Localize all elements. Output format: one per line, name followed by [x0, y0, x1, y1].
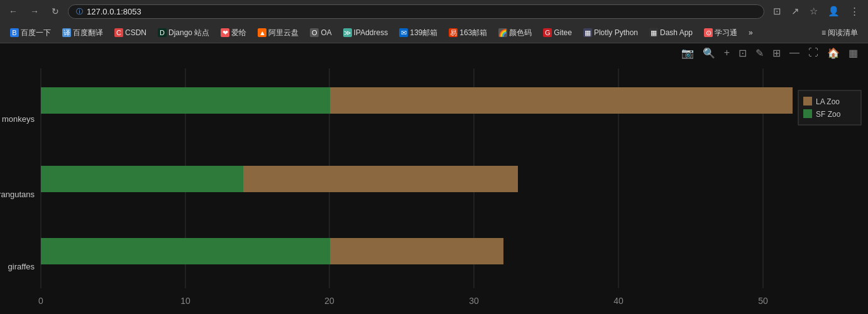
screenshot-icon[interactable]: ⊡ — [769, 4, 785, 19]
bar-rangutans-la — [243, 166, 518, 192]
bookmark-ipaddress-label: IPAddress — [354, 28, 388, 37]
bookmark-oa-icon: O — [310, 28, 319, 37]
bookmark-xuexi-label: 学习通 — [715, 28, 737, 38]
bookmark-colorcode-label: 颜色码 — [509, 28, 532, 38]
bar-monkeys-la — [330, 87, 793, 114]
autoscale-icon[interactable]: — — [787, 46, 802, 60]
bar-monkeys-sf — [41, 87, 330, 114]
zoom-box-icon[interactable]: ⊡ — [736, 46, 749, 60]
bookmark-oa[interactable]: O OA — [305, 27, 336, 38]
share-icon[interactable]: ↗ — [788, 4, 803, 19]
legend-la-label: LA Zoo — [816, 97, 840, 106]
x-label-40: 40 — [613, 296, 624, 306]
home-icon[interactable]: 🏠 — [825, 46, 842, 60]
bookmark-django[interactable]: D Django 站点 — [153, 26, 214, 40]
reset-icon[interactable]: ⛶ — [806, 46, 821, 60]
lasso-icon[interactable]: ✎ — [753, 46, 766, 60]
bookmark-baidu-translate[interactable]: 译 百度翻译 — [57, 26, 108, 40]
bookmark-baidu[interactable]: B 百度一下 — [5, 26, 56, 40]
bookmark-reading-list-icon: ≡ — [821, 28, 826, 37]
bar-giraffes-la — [330, 238, 503, 264]
browser-chrome: ← → ↻ ⓘ 127.0.0.1:8053 ⊡ ↗ ☆ 👤 ⋮ B 百度一下 … — [0, 0, 868, 43]
bookmark-139mail[interactable]: ✉ 139邮箱 — [394, 26, 442, 40]
bookmark-163mail-label: 163邮箱 — [459, 28, 487, 38]
bookmark-139mail-label: 139邮箱 — [410, 28, 437, 38]
x-label-10: 10 — [180, 296, 190, 306]
bookmark-163mail[interactable]: 易 163邮箱 — [444, 26, 492, 40]
profile-icon[interactable]: 👤 — [824, 4, 843, 19]
camera-icon[interactable]: 📷 — [679, 46, 696, 60]
bookmark-aigei[interactable]: ❤ 爱给 — [216, 26, 251, 40]
y-label-monkeys: monkeys — [2, 114, 35, 124]
bookmark-dashapp[interactable]: ▦ Dash App — [644, 27, 698, 38]
bookmark-gitee-label: Gitee — [554, 28, 572, 37]
back-button[interactable]: ← — [5, 5, 21, 18]
bookmark-django-label: Django 站点 — [168, 28, 209, 38]
bookmark-baidu-translate-label: 百度翻译 — [73, 28, 103, 38]
bookmark-gitee-icon: G — [543, 28, 552, 37]
chart-container: 0 10 20 30 40 50 monkeys rangutans giraf… — [0, 62, 868, 314]
bookmark-reading-list[interactable]: ≡ 阅读清单 — [816, 26, 863, 40]
bookmark-ipaddress-icon: ≫ — [343, 28, 352, 37]
bar-giraffes-sf — [41, 238, 330, 264]
nav-actions: ⊡ ↗ ☆ 👤 ⋮ — [769, 4, 863, 19]
menu-icon[interactable]: ⋮ — [846, 4, 863, 19]
bookmark-csdn[interactable]: C CSDN — [109, 27, 151, 38]
bookmark-more-label: » — [749, 28, 753, 37]
plotly-icon[interactable]: ▦ — [846, 46, 860, 60]
x-label-20: 20 — [324, 296, 334, 306]
x-label-50: 50 — [758, 296, 768, 306]
bookmark-dashapp-icon: ▦ — [649, 28, 658, 37]
x-label-30: 30 — [469, 296, 479, 306]
x-label-0: 0 — [38, 296, 43, 306]
bookmark-163mail-icon: 易 — [449, 28, 458, 37]
bookmark-ipaddress[interactable]: ≫ IPAddress — [338, 27, 393, 38]
address-text: 127.0.0.1:8053 — [87, 7, 141, 16]
svg-rect-7 — [798, 90, 861, 125]
bookmark-csdn-label: CSDN — [125, 28, 146, 37]
bookmark-aigei-icon: ❤ — [221, 28, 229, 37]
bookmark-baidu-translate-icon: 译 — [62, 28, 71, 37]
bookmark-aliyun-icon: ▲ — [258, 28, 266, 37]
bookmark-reading-list-label: 阅读清单 — [828, 28, 858, 38]
zoom-icon[interactable]: 🔍 — [700, 46, 718, 60]
bookmark-colorcode-icon: 🌈 — [498, 28, 507, 37]
bookmark-aigei-label: 爱给 — [231, 28, 246, 38]
bookmark-plotly[interactable]: ▦ Plotly Python — [578, 27, 643, 38]
bookmark-oa-label: OA — [321, 28, 331, 37]
nav-bar: ← → ↻ ⓘ 127.0.0.1:8053 ⊡ ↗ ☆ 👤 ⋮ — [0, 0, 868, 23]
address-bar[interactable]: ⓘ 127.0.0.1:8053 — [68, 4, 764, 19]
refresh-button[interactable]: ↻ — [48, 5, 63, 18]
chart-toolbar: 📷 🔍 + ⊡ ✎ ⊞ — ⛶ 🏠 ▦ — [0, 43, 868, 62]
bookmark-dashapp-label: Dash App — [660, 28, 693, 37]
bookmark-139mail-icon: ✉ — [399, 28, 408, 37]
bookmark-icon[interactable]: ☆ — [806, 4, 821, 19]
bookmark-csdn-icon: C — [114, 28, 123, 37]
zoom-in-icon[interactable]: + — [722, 46, 732, 60]
bookmark-baidu-label: 百度一下 — [21, 28, 51, 38]
bookmark-more[interactable]: » — [744, 27, 758, 38]
bookmark-aliyun-label: 阿里云盘 — [268, 28, 299, 38]
bookmarks-bar: B 百度一下 译 百度翻译 C CSDN D Django 站点 ❤ 爱给 ▲ … — [0, 23, 868, 43]
bookmark-baidu-icon: B — [10, 28, 19, 37]
bookmark-xuexi-icon: ⊙ — [704, 28, 713, 37]
address-icon: ⓘ — [76, 7, 83, 16]
bookmark-xuexi[interactable]: ⊙ 学习通 — [699, 26, 742, 40]
bookmark-plotly-icon: ▦ — [583, 28, 592, 37]
chart-svg: 0 10 20 30 40 50 monkeys rangutans giraf… — [0, 62, 868, 314]
bookmark-colorcode[interactable]: 🌈 颜色码 — [493, 26, 537, 40]
bookmark-aliyun[interactable]: ▲ 阿里云盘 — [253, 26, 304, 40]
bar-rangutans-sf — [41, 166, 243, 192]
forward-button[interactable]: → — [26, 5, 43, 18]
zoom-out-icon[interactable]: ⊞ — [770, 46, 783, 60]
y-label-giraffes: giraffes — [8, 262, 35, 271]
y-label-rangutans: rangutans — [0, 190, 35, 199]
bookmark-gitee[interactable]: G Gitee — [538, 27, 577, 38]
legend-sf-swatch — [803, 109, 812, 118]
legend-la-swatch — [803, 97, 812, 106]
bookmark-django-icon: D — [158, 28, 167, 37]
legend-sf-label: SF Zoo — [816, 110, 841, 119]
bookmark-plotly-label: Plotly Python — [594, 28, 638, 37]
